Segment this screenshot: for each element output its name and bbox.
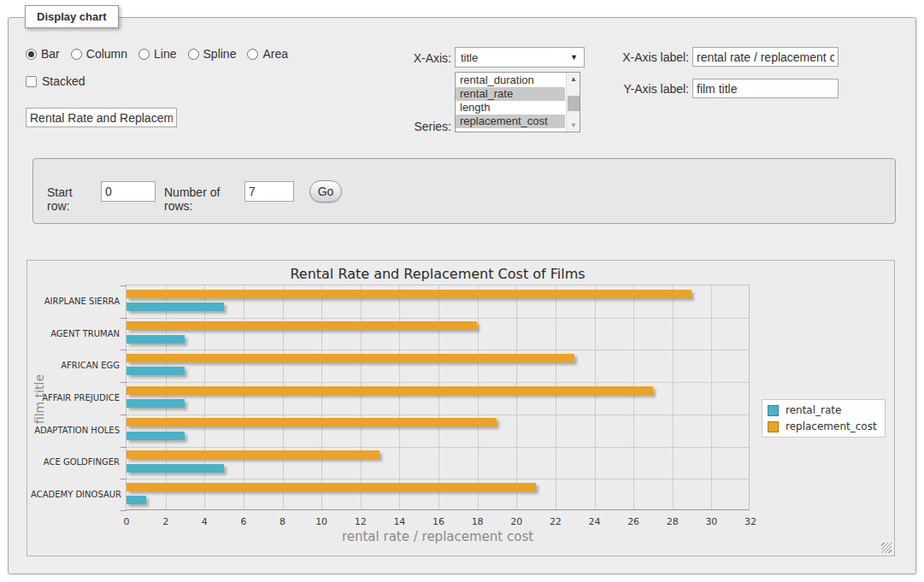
- plot-area: AIRPLANE SIERRAAGENT TRUMANAFRICAN EGGAF…: [126, 285, 750, 510]
- category-label: ACADEMY DINOSAUR: [31, 490, 120, 499]
- scroll-up-icon[interactable]: ▲: [567, 73, 580, 85]
- gridline: [438, 285, 439, 509]
- radio-icon[interactable]: [138, 49, 150, 60]
- x-tick-label: 22: [541, 516, 570, 527]
- start-row-input[interactable]: [101, 181, 156, 202]
- gridline: [595, 285, 596, 509]
- x-tick-label: 12: [346, 516, 375, 527]
- scroll-down-icon[interactable]: ▼: [567, 119, 580, 132]
- panel-title: Display chart: [25, 5, 119, 28]
- bar-rental_rate: [127, 335, 185, 344]
- series-option-length[interactable]: length: [456, 101, 565, 115]
- gridline: [127, 447, 749, 448]
- radio-icon[interactable]: [247, 49, 258, 60]
- gridline: [633, 285, 634, 509]
- x-tick-label: 16: [424, 516, 453, 527]
- x-tick-label: 4: [190, 516, 219, 527]
- category-label: AGENT TRUMAN: [31, 329, 120, 338]
- y-tick-mark: [121, 285, 127, 286]
- go-button[interactable]: Go: [309, 180, 342, 203]
- bar-rental_rate: [127, 367, 185, 375]
- x-axis-select[interactable]: title ▼: [455, 47, 585, 68]
- gridline: [127, 350, 749, 350]
- bar-replacement_cost: [127, 321, 477, 330]
- x-tick-label: 32: [736, 516, 765, 527]
- gridline: [399, 285, 400, 509]
- resize-handle-icon[interactable]: [881, 543, 892, 553]
- y-tick-mark: [121, 479, 127, 479]
- y-axis-label-input[interactable]: [692, 79, 839, 98]
- row-range-panel: [32, 158, 896, 224]
- category-label: AFRICAN EGG: [31, 361, 120, 370]
- x-axis-label-input[interactable]: [692, 47, 839, 67]
- series-list-label: Series:: [368, 120, 451, 133]
- chart-type-bar[interactable]: Bar: [26, 47, 60, 61]
- bar-replacement_cost: [127, 290, 692, 298]
- x-tick-label: 10: [307, 516, 336, 527]
- gridline: [673, 285, 674, 509]
- y-tick-mark: [121, 350, 127, 350]
- bar-rental_rate: [127, 303, 224, 311]
- y-tick-mark: [121, 447, 127, 448]
- radio-icon[interactable]: [188, 49, 199, 60]
- radio-label: Line: [154, 47, 176, 61]
- bar-replacement_cost: [127, 386, 653, 395]
- chart-type-area[interactable]: Area: [247, 47, 288, 61]
- chart-type-spline[interactable]: Spline: [188, 47, 237, 61]
- gridline: [556, 285, 556, 509]
- gridline: [166, 285, 167, 509]
- num-rows-label: Number of rows:: [164, 185, 243, 213]
- stacked-option: Stacked: [26, 74, 85, 88]
- x-tick-label: 6: [229, 516, 258, 527]
- dropdown-arrow-icon: ▼: [570, 53, 578, 62]
- stacked-checkbox[interactable]: [26, 76, 37, 87]
- stacked-label: Stacked: [42, 74, 85, 88]
- radio-label: Column: [86, 47, 127, 61]
- bar-replacement_cost: [127, 354, 574, 362]
- gridline: [127, 479, 749, 479]
- x-axis-title: rental rate / replacement cost: [126, 529, 750, 544]
- x-tick-label: 24: [580, 516, 609, 527]
- chart-title: Rental Rate and Replacement Cost of Film…: [126, 266, 750, 282]
- x-tick-label: 28: [658, 516, 687, 527]
- x-tick-label: 8: [268, 516, 297, 527]
- bar-replacement_cost: [127, 483, 536, 491]
- bar-replacement_cost: [127, 418, 497, 426]
- series-listbox[interactable]: rental_durationrental_ratelengthreplacem…: [455, 72, 580, 132]
- chart-type-line[interactable]: Line: [138, 47, 176, 61]
- chart-title-input[interactable]: [26, 108, 177, 127]
- gridline: [478, 285, 479, 509]
- legend-swatch-icon: [768, 405, 779, 416]
- gridline: [516, 285, 517, 509]
- x-tick-label: 20: [502, 516, 531, 527]
- x-tick-label: 26: [619, 516, 648, 527]
- listbox-scrollbar[interactable]: ▲ ▼: [566, 73, 580, 132]
- scrollbar-thumb[interactable]: [568, 96, 580, 111]
- series-option-rental_rate[interactable]: rental_rate: [456, 87, 565, 101]
- bar-rental_rate: [127, 464, 224, 473]
- x-tick-label: 14: [385, 516, 414, 527]
- chart-type-column[interactable]: Column: [71, 47, 127, 61]
- num-rows-input[interactable]: [244, 181, 294, 202]
- category-label: ACE GOLDFINGER: [31, 457, 120, 467]
- radio-label: Area: [262, 47, 288, 61]
- chart: Rental Rate and Replacement Cost of Film…: [26, 260, 895, 556]
- gridline: [204, 285, 205, 509]
- series-option-replacement_cost[interactable]: replacement_cost: [456, 115, 565, 128]
- x-axis-selected-value: title: [461, 51, 478, 64]
- radio-label: Bar: [41, 47, 60, 61]
- legend-item-replacement_cost: replacement_cost: [768, 420, 877, 432]
- page: Display chart BarColumnLineSplineArea St…: [0, 0, 924, 582]
- x-axis-label-caption: X-Axis label:: [598, 50, 689, 64]
- chart-legend: rental_ratereplacement_cost: [762, 399, 886, 438]
- series-option-rental_duration[interactable]: rental_duration: [456, 73, 565, 87]
- category-label: AIRPLANE SIERRA: [31, 297, 120, 306]
- radio-icon[interactable]: [26, 49, 37, 60]
- bar-replacement_cost: [127, 450, 380, 459]
- chart-type-radio-group: BarColumnLineSplineArea: [26, 47, 288, 61]
- radio-icon[interactable]: [71, 49, 82, 60]
- gridline: [127, 318, 749, 319]
- gridline: [127, 382, 749, 383]
- x-tick-label: 2: [151, 516, 180, 527]
- legend-swatch-icon: [768, 421, 779, 432]
